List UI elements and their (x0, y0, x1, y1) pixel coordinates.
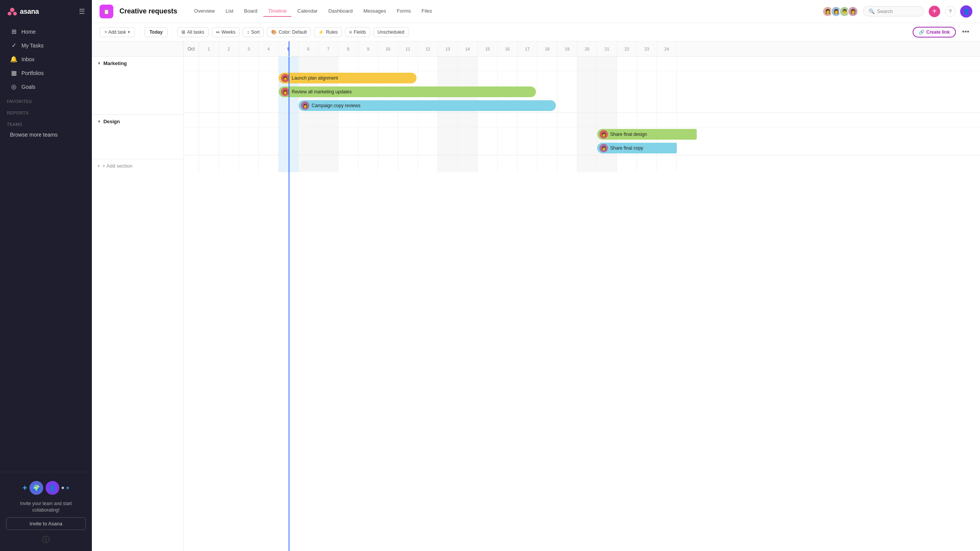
section-labels: ▼ Marketing ▼ Design (92, 41, 184, 551)
cal-cell (597, 57, 617, 71)
marketing-section-title[interactable]: ▼ Marketing (92, 57, 183, 70)
weeks-label: Weeks (222, 29, 235, 35)
task-bar[interactable]: 👩Campaign copy reviews (299, 100, 556, 111)
user-avatar[interactable]: 👤 (960, 5, 972, 18)
cal-cell (418, 155, 438, 172)
cal-cell (239, 113, 259, 127)
cal-task-row: 👩Launch plan alignment (184, 71, 980, 85)
weeks-button[interactable]: ⇔ Weeks (212, 27, 240, 37)
cal-cell (239, 127, 259, 141)
tab-board[interactable]: Board (240, 6, 262, 17)
sidebar-item-portfolios[interactable]: ▦ Portfolios (3, 66, 89, 80)
cal-cell (617, 85, 637, 99)
cal-cell (279, 99, 299, 112)
add-task-button[interactable]: + Add task ▾ (100, 27, 135, 37)
cal-cell (259, 155, 279, 172)
fields-label: Fields (354, 29, 366, 35)
cal-cell (239, 155, 259, 172)
marketing-cal-header (184, 57, 980, 71)
cal-cell (478, 113, 498, 127)
cal-cell (259, 99, 279, 112)
cal-cell (378, 127, 398, 141)
cal-cell (577, 127, 597, 141)
svg-point-2 (13, 12, 17, 16)
cal-day-20: 20 (577, 41, 597, 56)
chevron-down-icon: ▼ (97, 61, 101, 65)
cal-day-14: 14 (458, 41, 478, 56)
cal-cell (597, 155, 617, 172)
sidebar: asana ☰ ⊞ Home ✓ My Tasks 🔔 Inbox ▦ Port… (0, 0, 92, 551)
sidebar-item-goals[interactable]: ◎ Goals (3, 80, 89, 93)
tab-timeline[interactable]: Timeline (263, 6, 291, 17)
calendar-header: Oct 123456789101112131415161718192021222… (184, 41, 980, 57)
unscheduled-button[interactable]: Unscheduled (373, 27, 408, 37)
cal-cell (338, 141, 358, 155)
tab-calendar[interactable]: Calendar (293, 6, 322, 17)
svg-point-0 (10, 8, 14, 12)
tab-list[interactable]: List (221, 6, 238, 17)
header-right: 👩 👩 👨 👩 🔍 Search + ? 👤 (822, 5, 972, 18)
cal-cell (418, 127, 438, 141)
tab-messages[interactable]: Messages (359, 6, 390, 17)
invite-to-asana-button[interactable]: Invite to Asana (6, 517, 86, 530)
color-button[interactable]: 🎨 Color: Default (267, 27, 311, 37)
sidebar-item-inbox[interactable]: 🔔 Inbox (3, 52, 89, 66)
cal-cell (577, 99, 597, 112)
cal-cell (617, 99, 637, 112)
cal-cell (318, 155, 338, 172)
cal-cell (279, 141, 299, 155)
tab-forms[interactable]: Forms (392, 6, 415, 17)
sidebar-item-label: My Tasks (21, 42, 44, 49)
all-tasks-button[interactable]: ⊞ All tasks (177, 27, 209, 37)
sort-button[interactable]: ↕ Sort (243, 27, 264, 37)
sidebar-item-browse-teams[interactable]: Browse more teams (3, 129, 89, 141)
dot-1 (62, 487, 64, 489)
cal-cell (537, 127, 557, 141)
add-button[interactable]: + (929, 6, 940, 17)
help-circle-icon[interactable]: ⓘ (6, 535, 86, 545)
add-section-button[interactable]: + + Add section (92, 159, 183, 173)
cal-cell (318, 113, 338, 127)
sidebar-item-home[interactable]: ⊞ Home (3, 25, 89, 38)
cal-day-17: 17 (518, 41, 537, 56)
cal-cell (498, 71, 518, 85)
cal-cell (557, 57, 577, 71)
cal-cell (239, 141, 259, 155)
cal-cell (537, 155, 557, 172)
cal-cell (537, 71, 557, 85)
search-icon: 🔍 (869, 8, 875, 14)
search-box[interactable]: 🔍 Search (863, 6, 924, 16)
cal-cell (537, 113, 557, 127)
sidebar-item-my-tasks[interactable]: ✓ My Tasks (3, 39, 89, 52)
tab-overview[interactable]: Overview (189, 6, 219, 17)
task-bar[interactable]: 👩Share final copy (597, 143, 677, 153)
cal-cell (557, 99, 577, 112)
cal-cell (259, 57, 279, 71)
invite-text: Invite your team and start collaborating… (6, 500, 86, 514)
rules-button[interactable]: ⚡ Rules (314, 27, 342, 37)
task-bar[interactable]: 👩Share final design (597, 129, 697, 140)
fields-button[interactable]: ≡ Fields (345, 27, 370, 37)
task-bar[interactable]: 👩Launch plan alignment (279, 73, 416, 83)
cal-cell (219, 141, 239, 155)
cal-task-row: 👩Share final copy (184, 141, 980, 155)
cal-cell (458, 155, 478, 172)
tab-dashboard[interactable]: Dashboard (324, 6, 358, 17)
cal-cell (259, 127, 279, 141)
menu-icon[interactable]: ☰ (79, 7, 85, 16)
browse-teams-label: Browse more teams (10, 132, 57, 138)
cal-cell (478, 141, 498, 155)
create-link-button[interactable]: 🔗 Create link (913, 27, 956, 37)
more-options-button[interactable]: ••• (959, 26, 972, 38)
separator (139, 28, 140, 37)
design-section-title[interactable]: ▼ Design (92, 115, 183, 128)
cal-cell (338, 57, 358, 71)
help-button[interactable]: ? (945, 6, 956, 17)
cal-cell (199, 71, 219, 85)
caret-icon: ▾ (128, 30, 130, 34)
task-bar[interactable]: 👩Review all marketing updates (279, 86, 536, 97)
cal-cell (299, 57, 318, 71)
today-button[interactable]: Today (144, 27, 167, 37)
tab-files[interactable]: Files (417, 6, 436, 17)
asana-logo[interactable]: asana (7, 6, 39, 17)
